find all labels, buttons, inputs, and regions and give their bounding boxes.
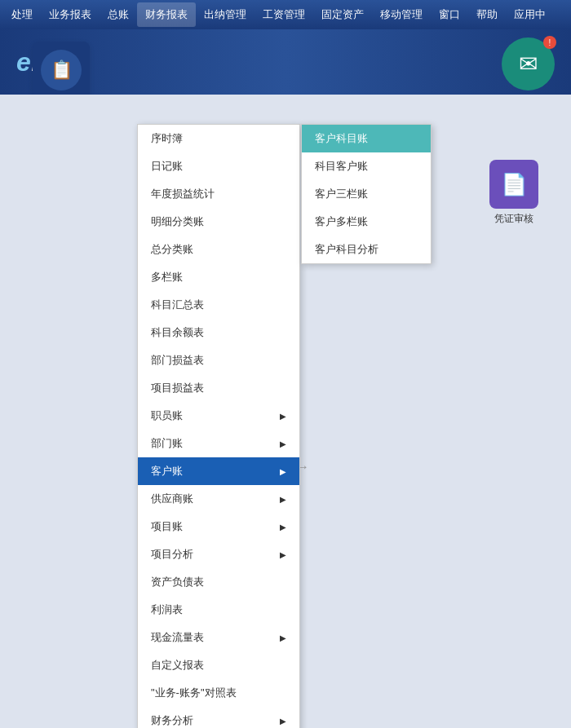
menu-item-gzgl[interactable]: 工资管理 [255, 2, 313, 27]
menu-zcfz[interactable]: 资产负债表 [138, 568, 299, 596]
menu-niandu[interactable]: 年度损益统计 [138, 180, 299, 208]
dropdown-main[interactable]: 序时簿 日记账 年度损益统计 明细分类账 总分类账 多栏账 科目汇总表 科目余额… [137, 124, 300, 728]
menu-lrun[interactable]: 利润表 [138, 596, 299, 624]
sub-kehu-sanlan[interactable]: 客户三栏账 [302, 180, 431, 208]
menu-xiangmu-fx[interactable]: 项目分析 [138, 540, 299, 568]
menu-zongfen[interactable]: 总分类账 [138, 236, 299, 263]
sub-kehu-fx[interactable]: 客户科目分析 [302, 236, 431, 263]
menu-xiangmu-sy[interactable]: 项目损益表 [138, 374, 299, 402]
menu-zhiyuan[interactable]: 职员账 [138, 402, 299, 430]
menu-gongyingshang[interactable]: 供应商账 [138, 485, 299, 513]
menu-item-gdzy[interactable]: 固定资产 [313, 2, 372, 27]
menu-item-ck[interactable]: 窗口 [431, 2, 468, 27]
voucher-label: 凭证审核 [494, 212, 533, 226]
menu-xushi[interactable]: 序时簿 [138, 125, 299, 152]
menu-item-cngl[interactable]: 出纳管理 [196, 2, 255, 27]
menu-kemu-ye[interactable]: 科目余额表 [138, 319, 299, 346]
voucher-icon: 📄 [489, 160, 538, 209]
sub-kemu-kehu[interactable]: 科目客户账 [302, 152, 431, 180]
menu-item-zz[interactable]: 总账 [100, 2, 137, 27]
menu-item-ywbb[interactable]: 业务报表 [41, 2, 100, 27]
main-area: 📄 凭证审核 序时簿 日记账 年度损益统计 明细分类账 总分类账 多栏账 科目汇… [0, 95, 571, 728]
menu-item-cwbb[interactable]: 财务报表 [137, 2, 196, 27]
sub-kehu-duolan[interactable]: 客户多栏账 [302, 208, 431, 236]
menu-bumen[interactable]: 部门账 [138, 430, 299, 457]
voucher-card[interactable]: 📄 凭证审核 [489, 160, 538, 226]
mail-icon-circle[interactable]: ✉ ! [502, 38, 555, 90]
menu-duolan[interactable]: 多栏账 [138, 263, 299, 291]
menu-xiangmu-z[interactable]: 项目账 [138, 513, 299, 540]
menu-bar: 处理 业务报表 总账 财务报表 出纳管理 工资管理 固定资产 移动管理 窗口 帮… [0, 0, 571, 29]
menu-kemu-hz[interactable]: 科目汇总表 [138, 291, 299, 319]
menu-item-ydgl[interactable]: 移动管理 [372, 2, 431, 27]
logo-bar: eERP T9 📋 ✉ ! [0, 29, 571, 95]
menu-mingxi[interactable]: 明细分类账 [138, 208, 299, 236]
menu-cwfx[interactable]: 财务分析 [138, 707, 299, 728]
report-icon-card[interactable]: 📋 [33, 42, 90, 99]
menu-bumen-sy[interactable]: 部门损益表 [138, 346, 299, 374]
sub-kehu-kemu[interactable]: 客户科目账 [302, 125, 431, 152]
menu-kehu[interactable]: 客户账 [138, 457, 299, 485]
menu-yewu[interactable]: "业务-账务"对照表 [138, 679, 299, 707]
menu-zdybb[interactable]: 自定义报表 [138, 651, 299, 679]
menu-item-bz[interactable]: 帮助 [468, 2, 506, 27]
menu-xjll[interactable]: 现金流量表 [138, 624, 299, 651]
menu-riji[interactable]: 日记账 [138, 152, 299, 180]
dropdown-sub-kehu[interactable]: 客户科目账 科目客户账 客户三栏账 客户多栏账 客户科目分析 [301, 124, 432, 264]
report-icon: 📋 [41, 50, 82, 90]
menu-item-chuli[interactable]: 处理 [3, 2, 41, 27]
menu-item-yyzh[interactable]: 应用中 [506, 2, 554, 27]
dropdown-overlay: 序时簿 日记账 年度损益统计 明细分类账 总分类账 多栏账 科目汇总表 科目余额… [0, 95, 571, 728]
mail-badge: ! [543, 36, 556, 49]
